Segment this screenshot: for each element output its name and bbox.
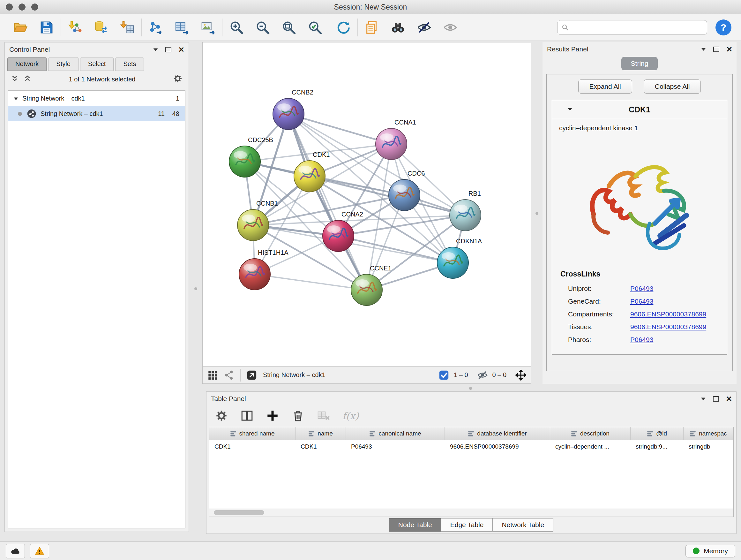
network-node-HIST1H1A[interactable]: HIST1H1A <box>239 249 288 290</box>
collapse-all-button[interactable]: Collapse All <box>644 79 701 94</box>
warnings-button[interactable] <box>30 544 49 558</box>
table-cell[interactable]: stringdb:9... <box>630 440 684 453</box>
tab-select[interactable]: Select <box>80 57 114 71</box>
zoom-out-icon[interactable] <box>254 19 271 36</box>
network-node-CDC25B[interactable]: CDC25B <box>229 136 273 177</box>
network-node-CDKN1A[interactable]: CDKN1A <box>437 238 482 278</box>
export-image-icon[interactable] <box>200 19 216 36</box>
add-column-icon[interactable] <box>266 409 279 422</box>
open-session-icon[interactable] <box>12 19 29 36</box>
share-network-icon[interactable] <box>224 370 234 381</box>
hide-selected-icon[interactable] <box>416 19 432 36</box>
network-options-gear-icon[interactable] <box>173 73 183 85</box>
network-canvas[interactable]: CCNB2CCNA1CDC25BCDK1CDC6RB1CCNB1CCNA2CDK… <box>203 43 531 366</box>
network-edge[interactable] <box>338 236 453 263</box>
section-expander-icon[interactable] <box>567 107 576 112</box>
zoom-selected-icon[interactable] <box>307 19 323 36</box>
column-header[interactable]: shared name <box>209 427 295 440</box>
help-icon[interactable]: ? <box>716 19 731 36</box>
memory-button[interactable]: Memory <box>685 545 735 557</box>
table-cell[interactable]: P06493 <box>346 440 445 453</box>
control-panel-title: Control Panel <box>9 46 50 53</box>
splitter-handle[interactable] <box>536 212 538 215</box>
refresh-icon[interactable] <box>335 19 352 36</box>
panel-close-icon[interactable]: × <box>726 395 732 402</box>
grid-view-icon[interactable] <box>207 370 218 381</box>
panel-float-icon[interactable] <box>713 47 719 52</box>
table-cell[interactable]: cyclin–dependent ... <box>550 440 630 453</box>
table-row[interactable]: CDK1CDK1P064939606.ENSP00000378699cyclin… <box>209 440 733 453</box>
network-node-CCNB2[interactable]: CCNB2 <box>273 89 313 130</box>
table-cell[interactable]: stringdb <box>684 440 733 453</box>
crosslink-link[interactable]: P06493 <box>630 336 653 344</box>
network-node-RB1[interactable]: RB1 <box>450 190 481 231</box>
search-input[interactable] <box>571 23 703 31</box>
panel-float-icon[interactable] <box>165 47 172 52</box>
move-crosshair-icon[interactable] <box>515 370 526 381</box>
network-node-CCNA1[interactable]: CCNA1 <box>376 119 416 160</box>
new-network-icon[interactable] <box>147 19 164 36</box>
show-columns-icon[interactable] <box>240 409 254 422</box>
panel-menu-icon[interactable] <box>701 48 706 51</box>
column-header[interactable]: name <box>295 427 346 440</box>
network-node-CCNB1[interactable]: CCNB1 <box>238 200 278 241</box>
network-row[interactable]: String Network – cdk1 11 48 <box>8 106 185 121</box>
show-all-icon[interactable] <box>442 19 459 36</box>
search-objects-icon[interactable] <box>390 19 406 36</box>
crosslink-link[interactable]: P06493 <box>630 285 653 293</box>
tab-network[interactable]: Network <box>7 57 47 71</box>
column-header[interactable]: database identifier <box>445 427 550 440</box>
tab-node-table[interactable]: Node Table <box>389 518 441 532</box>
tab-edge-table[interactable]: Edge Table <box>441 518 493 532</box>
network-node-CDC6[interactable]: CDC6 <box>389 170 425 211</box>
cloud-button[interactable] <box>6 544 25 558</box>
crosslink-link[interactable]: 9606.ENSP00000378699 <box>630 310 706 318</box>
table-gear-icon[interactable] <box>215 409 228 422</box>
tab-network-table[interactable]: Network Table <box>492 518 553 532</box>
network-edge[interactable] <box>288 114 367 290</box>
tab-sets[interactable]: Sets <box>115 57 144 71</box>
crosslink-link[interactable]: P06493 <box>630 298 653 305</box>
panel-close-icon[interactable]: × <box>179 46 184 53</box>
save-session-icon[interactable] <box>38 19 55 36</box>
selected-checkbox-icon[interactable] <box>439 370 449 381</box>
new-table-icon[interactable] <box>174 19 190 36</box>
column-header[interactable]: @id <box>630 427 684 440</box>
panel-float-icon[interactable] <box>713 396 719 401</box>
expand-all-button[interactable]: Expand All <box>578 79 632 94</box>
hidden-eye-icon[interactable] <box>477 370 488 381</box>
scrollbar-thumb[interactable] <box>214 510 264 515</box>
column-header[interactable]: description <box>550 427 630 440</box>
panel-menu-icon[interactable] <box>700 397 706 401</box>
delete-column-icon[interactable] <box>291 409 305 422</box>
tree-expander-icon[interactable] <box>13 95 22 102</box>
expand-all-networks-icon[interactable] <box>10 74 19 84</box>
toolbar-search[interactable] <box>557 20 707 35</box>
crosslink-link[interactable]: 9606.ENSP00000378699 <box>630 323 706 331</box>
tab-style[interactable]: Style <box>48 57 78 71</box>
column-header[interactable]: namespac <box>684 427 733 440</box>
splitter-handle[interactable] <box>469 387 472 390</box>
table-cell[interactable]: CDK1 <box>295 440 346 453</box>
table-horizontal-scrollbar[interactable] <box>209 509 733 516</box>
open-in-window-icon[interactable] <box>246 370 257 381</box>
network-edge[interactable] <box>255 274 367 290</box>
collapse-all-networks-icon[interactable] <box>23 74 31 84</box>
tab-string[interactable]: String <box>621 57 658 70</box>
protein-section-header[interactable]: CDK1 <box>552 100 727 119</box>
zoom-fit-icon[interactable] <box>280 19 297 36</box>
network-edge-count: 48 <box>172 110 179 118</box>
zoom-in-icon[interactable] <box>228 19 245 36</box>
panel-menu-icon[interactable] <box>153 48 158 51</box>
network-edge[interactable] <box>288 114 391 144</box>
network-collection-row[interactable]: String Network – cdk1 1 <box>8 91 185 106</box>
import-network-database-icon[interactable] <box>93 19 110 36</box>
import-table-icon[interactable] <box>119 19 136 36</box>
import-network-file-icon[interactable] <box>67 19 83 36</box>
table-cell[interactable]: 9606.ENSP00000378699 <box>445 440 550 453</box>
splitter-handle[interactable] <box>194 287 197 290</box>
table-cell[interactable]: CDK1 <box>209 440 295 453</box>
copy-icon[interactable] <box>363 19 380 36</box>
column-header[interactable]: canonical name <box>346 427 445 440</box>
panel-close-icon[interactable]: × <box>726 45 732 53</box>
